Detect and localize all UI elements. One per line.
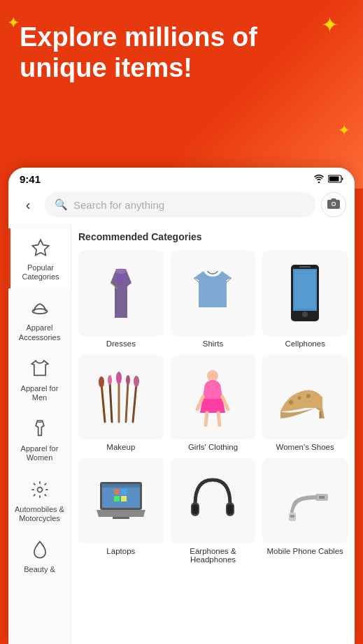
svg-point-13 bbox=[302, 312, 308, 317]
svg-point-32 bbox=[306, 394, 311, 398]
svg-line-28 bbox=[206, 413, 207, 425]
sidebar-label-accessories: Apparel Accessories bbox=[13, 323, 66, 342]
drop-icon bbox=[27, 537, 52, 562]
cables-image bbox=[262, 458, 348, 543]
laptops-label: Laptops bbox=[106, 547, 135, 555]
cellphones-label: Cellphones bbox=[285, 339, 325, 348]
svg-rect-48 bbox=[290, 515, 294, 518]
svg-point-30 bbox=[289, 400, 293, 404]
star-icon bbox=[28, 235, 53, 261]
svg-line-17 bbox=[110, 382, 112, 422]
search-placeholder: Search for anything bbox=[73, 199, 164, 211]
svg-point-6 bbox=[37, 487, 42, 492]
svg-rect-46 bbox=[319, 496, 325, 499]
girls-clothing-label: Girls' Clothing bbox=[188, 443, 238, 451]
sidebar-item-women[interactable]: Apparel for Women bbox=[8, 409, 71, 469]
category-shirts[interactable]: Shirts bbox=[171, 251, 256, 348]
svg-rect-37 bbox=[121, 489, 127, 495]
svg-point-22 bbox=[126, 375, 130, 385]
earphones-label: Earphones & Headphones bbox=[171, 547, 256, 564]
svg-rect-44 bbox=[227, 504, 233, 514]
svg-rect-40 bbox=[113, 517, 129, 519]
svg-rect-39 bbox=[121, 496, 127, 502]
sidebar: Popular Categories Apparel Accessories bbox=[8, 223, 71, 644]
shirt-icon bbox=[27, 356, 52, 381]
svg-point-18 bbox=[108, 375, 112, 385]
sidebar-label-popular: Popular Categories bbox=[15, 263, 66, 281]
womens-shoes-image bbox=[262, 355, 348, 440]
makeup-image bbox=[78, 355, 164, 440]
camera-button[interactable] bbox=[321, 192, 346, 217]
girls-clothing-image bbox=[171, 355, 256, 440]
content-area: Popular Categories Apparel Accessories bbox=[8, 223, 355, 644]
wifi-icon bbox=[313, 174, 325, 185]
category-cellphones[interactable]: Cellphones bbox=[262, 251, 348, 348]
svg-rect-36 bbox=[114, 489, 120, 495]
sidebar-label-men: Apparel for Men bbox=[13, 384, 66, 402]
dress-icon bbox=[27, 416, 52, 441]
status-bar: 9:41 bbox=[8, 168, 355, 188]
svg-rect-12 bbox=[299, 266, 311, 268]
status-time: 9:41 bbox=[20, 173, 41, 185]
svg-rect-2 bbox=[329, 176, 339, 181]
sidebar-item-men[interactable]: Apparel for Men bbox=[8, 349, 71, 409]
shirts-image bbox=[171, 251, 256, 336]
svg-rect-35 bbox=[102, 484, 140, 488]
cellphones-image bbox=[262, 251, 348, 336]
category-makeup[interactable]: Makeup bbox=[78, 355, 164, 452]
sidebar-label-women: Apparel for Women bbox=[13, 444, 66, 462]
sidebar-item-beauty[interactable]: Beauty & bbox=[8, 530, 71, 581]
svg-point-7 bbox=[115, 268, 127, 274]
hero-section: ✦ ✦ ✦ Explore millions of unique items! bbox=[0, 0, 363, 189]
status-icons bbox=[313, 174, 343, 185]
search-icon: 🔍 bbox=[55, 198, 68, 211]
hat-icon bbox=[27, 295, 52, 321]
svg-line-23 bbox=[133, 383, 136, 422]
svg-point-25 bbox=[207, 370, 218, 381]
battery-icon bbox=[328, 174, 343, 185]
category-girls-clothing[interactable]: Girls' Clothing bbox=[171, 355, 256, 452]
laptops-image bbox=[78, 458, 164, 543]
cables-label: Mobile Phone Cables bbox=[266, 547, 343, 555]
gear-icon bbox=[27, 477, 52, 502]
recommended-title: Recommended Categories bbox=[78, 231, 348, 242]
back-button[interactable]: ‹ bbox=[17, 193, 39, 216]
shirts-label: Shirts bbox=[203, 339, 223, 348]
sparkle-icon-1: ✦ bbox=[7, 14, 20, 32]
category-womens-shoes[interactable]: Women's Shoes bbox=[262, 355, 348, 452]
svg-rect-14 bbox=[294, 270, 315, 309]
main-content: Recommended Categories Dresses bbox=[71, 223, 355, 644]
svg-point-24 bbox=[134, 376, 139, 387]
sidebar-label-beauty: Beauty & bbox=[24, 565, 55, 574]
camera-icon bbox=[327, 198, 340, 212]
svg-rect-38 bbox=[114, 496, 120, 502]
svg-point-0 bbox=[318, 182, 320, 183]
category-laptops[interactable]: Laptops bbox=[78, 458, 164, 564]
makeup-label: Makeup bbox=[106, 443, 135, 451]
sidebar-item-auto[interactable]: Automobiles & Motorcycles bbox=[8, 470, 71, 530]
sidebar-item-accessories[interactable]: Apparel Accessories bbox=[8, 288, 71, 349]
category-earphones[interactable]: Earphones & Headphones bbox=[171, 458, 256, 564]
category-cables[interactable]: Mobile Phone Cables bbox=[262, 458, 348, 564]
hero-title: Explore millions of unique items! bbox=[20, 22, 343, 83]
womens-shoes-label: Women's Shoes bbox=[276, 443, 334, 451]
category-grid: Dresses Shirts bbox=[78, 251, 348, 564]
search-input-wrapper[interactable]: 🔍 Search for anything bbox=[45, 192, 315, 217]
phone-card: 9:41 ‹ bbox=[8, 168, 355, 644]
svg-line-29 bbox=[218, 413, 220, 425]
svg-point-31 bbox=[298, 396, 301, 400]
svg-point-4 bbox=[332, 203, 335, 205]
sparkle-icon-3: ✦ bbox=[338, 122, 350, 140]
category-dresses[interactable]: Dresses bbox=[78, 251, 164, 348]
svg-point-16 bbox=[99, 376, 104, 388]
dresses-image bbox=[78, 251, 164, 336]
search-bar-container: ‹ 🔍 Search for anything bbox=[8, 188, 355, 223]
svg-line-21 bbox=[126, 382, 128, 422]
sidebar-label-auto: Automobiles & Motorcycles bbox=[13, 505, 66, 523]
earphones-image bbox=[171, 458, 256, 543]
svg-point-20 bbox=[116, 372, 122, 384]
sidebar-item-popular[interactable]: Popular Categories bbox=[8, 228, 71, 288]
back-icon: ‹ bbox=[26, 197, 31, 213]
svg-rect-43 bbox=[192, 504, 198, 514]
dresses-label: Dresses bbox=[106, 339, 136, 348]
